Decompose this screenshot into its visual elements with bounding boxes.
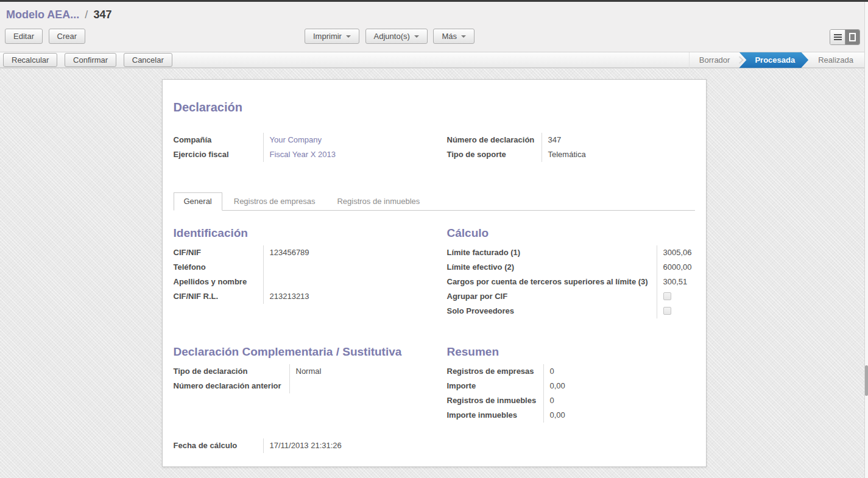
field-fiscal-year-label: Ejercicio fiscal xyxy=(174,147,263,162)
field-company-label: Compañía xyxy=(174,133,263,147)
field-fiscal-year-value-link[interactable]: Fiscal Year X 2013 xyxy=(270,150,336,159)
field-company: Compañía Your Company xyxy=(174,133,434,147)
print-label: Imprimir xyxy=(313,32,342,41)
field-amount-value: 0,00 xyxy=(543,379,695,393)
toolbar: Editar Crear Imprimir Adjunto(s) Más xyxy=(0,25,868,48)
form-icon xyxy=(849,33,856,41)
field-third-party-limit: Cargos por cuenta de terceros superiores… xyxy=(447,275,695,289)
tab-registros-inmuebles[interactable]: Registros de inmuebles xyxy=(326,192,430,211)
field-declaration-number-label: Número de declaración xyxy=(447,133,542,147)
complementary-section: Declaración Complementaria / Sustitutiva… xyxy=(174,345,434,423)
field-previous-number-value xyxy=(289,379,434,393)
status-procesada-active: Procesada xyxy=(739,52,808,68)
edit-button[interactable]: Editar xyxy=(5,29,43,44)
field-invoiced-limit-value: 3005,06 xyxy=(657,245,695,260)
create-button[interactable]: Crear xyxy=(49,29,86,44)
field-property-amount-label: Importe inmuebles xyxy=(447,408,543,423)
attachments-label: Adjunto(s) xyxy=(374,32,410,41)
list-icon xyxy=(834,34,842,40)
field-fiscal-year: Ejercicio fiscal Fiscal Year X 2013 xyxy=(174,147,434,162)
field-cif-nif-rl: CIF/NIF R.L. 213213213 xyxy=(174,289,434,304)
field-property-records-label: Registros de inmuebles xyxy=(447,393,543,408)
chevron-down-icon xyxy=(346,35,351,38)
field-cash-limit-label: Límite efectivo (2) xyxy=(447,260,657,275)
field-calculation-date: Fecha de cálculo 17/11/2013 21:31:26 xyxy=(174,438,434,453)
field-cif-nif-label: CIF/NIF xyxy=(174,245,263,260)
breadcrumb-parent-link[interactable]: Modelo AEA... xyxy=(6,9,79,21)
field-declaration-number: Número de declaración 347 xyxy=(447,133,695,147)
field-phone: Teléfono xyxy=(174,260,434,275)
field-surname-name-value xyxy=(263,275,434,289)
field-calculation-date-label: Fecha de cálculo xyxy=(174,438,263,453)
field-declaration-number-value: 347 xyxy=(542,133,695,147)
field-support-type-label: Tipo de soporte xyxy=(447,147,542,162)
main-content-area: Declaración Compañía Your Company Ejerci… xyxy=(0,68,868,478)
field-cif-nif-rl-label: CIF/NIF R.L. xyxy=(174,289,263,304)
field-declaration-type-value: Normal xyxy=(289,364,434,379)
breadcrumb-current: 347 xyxy=(93,9,111,21)
field-property-records-value: 0 xyxy=(543,393,695,408)
field-property-records: Registros de inmuebles 0 xyxy=(447,393,695,408)
summary-title: Resumen xyxy=(447,345,695,359)
status-realizada: Realizada xyxy=(808,52,863,68)
field-support-type-value: Telemática xyxy=(542,147,695,162)
sidebar-buttons: Imprimir Adjunto(s) Más xyxy=(305,29,478,44)
notebook-tabs: General Registros de empresas Registros … xyxy=(174,192,695,211)
field-cif-nif-rl-value: 213213213 xyxy=(263,289,434,304)
field-company-records-label: Registros de empresas xyxy=(447,364,543,379)
identification-title: Identificación xyxy=(174,227,434,240)
group-by-cif-checkbox[interactable] xyxy=(663,292,671,300)
field-amount: Importe 0,00 xyxy=(447,379,695,393)
field-support-type: Tipo de soporte Telemática xyxy=(447,147,695,162)
print-dropdown-button[interactable]: Imprimir xyxy=(305,29,359,44)
field-cash-limit-value: 6000,00 xyxy=(657,260,695,275)
field-invoiced-limit: Límite facturado (1) 3005,06 xyxy=(447,245,695,260)
more-label: Más xyxy=(442,32,457,41)
field-group-by-cif-label: Agrupar por CIF xyxy=(447,289,657,304)
status-borrador: Borrador xyxy=(690,52,740,68)
tab-general[interactable]: General xyxy=(174,192,222,211)
attachments-dropdown-button[interactable]: Adjunto(s) xyxy=(365,29,428,44)
field-surname-name: Apellidos y nombre xyxy=(174,275,434,289)
field-company-records: Registros de empresas 0 xyxy=(447,364,695,379)
field-only-suppliers: Solo Proveedores xyxy=(447,304,695,318)
field-previous-number: Número declaración anterior xyxy=(174,379,434,393)
workflow-buttons: Recalcular Confirmar Cancelar xyxy=(3,53,177,67)
field-property-amount-value: 0,00 xyxy=(543,408,695,423)
list-view-button[interactable] xyxy=(830,30,845,44)
form-statusbar: Recalcular Confirmar Cancelar Borrador P… xyxy=(0,52,868,68)
summary-section: Resumen Registros de empresas 0 Importe … xyxy=(434,345,695,423)
recalculate-button[interactable]: Recalcular xyxy=(3,53,57,67)
field-property-amount: Importe inmuebles 0,00 xyxy=(447,408,695,423)
field-phone-value xyxy=(263,260,434,275)
field-amount-label: Importe xyxy=(447,379,543,393)
more-dropdown-button[interactable]: Más xyxy=(433,29,475,44)
only-suppliers-checkbox[interactable] xyxy=(663,307,671,315)
form-view-button[interactable] xyxy=(845,30,859,44)
control-panel: Modelo AEA... / 347 Editar Crear Imprimi… xyxy=(0,2,868,52)
field-phone-label: Teléfono xyxy=(174,260,263,275)
field-previous-number-label: Número declaración anterior xyxy=(174,379,289,393)
section-row-2: Declaración Complementaria / Sustitutiva… xyxy=(174,345,695,423)
vertical-scrollbar[interactable] xyxy=(864,2,868,478)
cancel-button[interactable]: Cancelar xyxy=(124,53,172,67)
confirm-button[interactable]: Confirmar xyxy=(65,53,116,67)
calculation-section: Cálculo Límite facturado (1) 3005,06 Lím… xyxy=(434,227,695,318)
tab-registros-empresas[interactable]: Registros de empresas xyxy=(224,192,326,211)
field-third-party-limit-label: Cargos por cuenta de terceros superiores… xyxy=(447,275,657,289)
calculation-title: Cálculo xyxy=(447,227,695,240)
page-title: Declaración xyxy=(174,100,695,114)
field-company-records-value: 0 xyxy=(543,364,695,379)
breadcrumb: Modelo AEA... / 347 xyxy=(0,2,868,25)
section-row-1: Identificación CIF/NIF 123456789 Teléfon… xyxy=(174,227,695,318)
field-cif-nif-value: 123456789 xyxy=(263,245,434,260)
header-field-group: Compañía Your Company Ejercicio fiscal F… xyxy=(174,133,695,162)
scrollbar-thumb[interactable] xyxy=(865,365,868,396)
field-declaration-type-label: Tipo de declaración xyxy=(174,364,289,379)
field-company-value-link[interactable]: Your Company xyxy=(270,135,322,144)
chevron-down-icon xyxy=(461,35,466,38)
view-switcher xyxy=(830,29,860,45)
field-cif-nif: CIF/NIF 123456789 xyxy=(174,245,434,260)
status-flow: Borrador Procesada Realizada xyxy=(689,52,863,68)
form-sheet: Declaración Compañía Your Company Ejerci… xyxy=(162,79,707,467)
